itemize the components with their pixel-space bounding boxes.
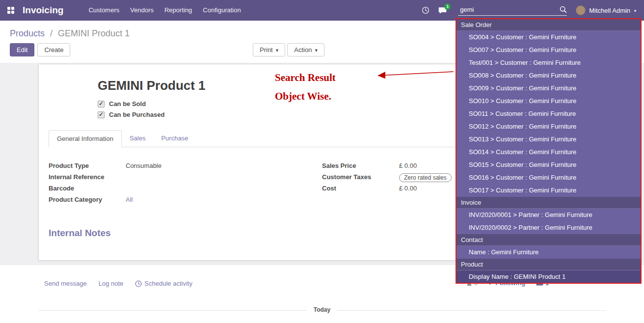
search-result-item[interactable]: SO010 > Customer : Gemini Furniture bbox=[456, 95, 641, 108]
search-result-item[interactable]: SO008 > Customer : Gemini Furniture bbox=[456, 69, 641, 82]
search-result-item[interactable]: SO014 > Customer : Gemini Furniture bbox=[456, 146, 641, 159]
product-category-value[interactable]: All bbox=[126, 196, 133, 203]
record-buttons: Edit Create bbox=[10, 43, 70, 56]
tab-purchase[interactable]: Purchase bbox=[153, 130, 196, 147]
cost-value[interactable]: £ 0.00 bbox=[399, 185, 417, 192]
schedule-activity-label: Schedule activity bbox=[144, 280, 192, 287]
send-message-button[interactable]: Send message bbox=[44, 280, 87, 287]
search-result-item[interactable]: SO011 > Customer : Gemini Furniture bbox=[456, 108, 641, 120]
can-be-purchased-checkbox[interactable] bbox=[98, 111, 105, 118]
search-result-item[interactable]: INV/2020/0002 > Partner : Gemini Furnitu… bbox=[456, 221, 641, 234]
internal-reference-label: Internal Reference bbox=[49, 173, 126, 181]
messages-badge: 1 bbox=[444, 3, 451, 10]
search-result-item[interactable]: INV/2020/0001 > Partner : Gemini Furnitu… bbox=[456, 209, 641, 221]
product-category-row: Product Category All bbox=[49, 196, 322, 205]
search-result-item[interactable]: SO009 > Customer : Gemini Furniture bbox=[456, 82, 641, 95]
barcode-label: Barcode bbox=[49, 185, 126, 192]
dropdown-section-product: Product bbox=[456, 259, 641, 270]
search-input[interactable] bbox=[458, 5, 560, 14]
today-divider: Today bbox=[38, 310, 606, 311]
topbar-right: 1 Mitchell Admin bbox=[417, 5, 637, 16]
sales-price-value[interactable]: £ 0.00 bbox=[399, 162, 417, 169]
product-type-row: Product Type Consumable bbox=[49, 162, 322, 171]
breadcrumb-separator: / bbox=[50, 28, 53, 38]
annotation-arrow bbox=[371, 69, 456, 81]
chevron-down-icon bbox=[315, 46, 318, 54]
apps-menu-icon[interactable] bbox=[7, 6, 15, 14]
edit-button[interactable]: Edit bbox=[10, 43, 34, 56]
topbar: Invoicing Customers Vendors Reporting Co… bbox=[0, 0, 644, 21]
print-button[interactable]: Print bbox=[253, 43, 285, 56]
search-results-dropdown: Sale Order SO004 > Customer : Gemini Fur… bbox=[456, 18, 642, 284]
log-note-button[interactable]: Log note bbox=[99, 280, 124, 287]
main-menus: Customers Vendors Reporting Configuratio… bbox=[83, 0, 246, 21]
barcode-row: Barcode bbox=[49, 185, 322, 194]
breadcrumb: Products / GEMINI Product 1 bbox=[10, 28, 130, 39]
activities-clock-icon[interactable] bbox=[422, 6, 429, 14]
product-type-value[interactable]: Consumable bbox=[126, 162, 161, 169]
print-label: Print bbox=[260, 46, 273, 54]
create-button[interactable]: Create bbox=[37, 43, 70, 56]
chevron-down-icon bbox=[276, 46, 279, 54]
annotation-line-2: Object Wise. bbox=[275, 90, 336, 103]
menu-customers[interactable]: Customers bbox=[83, 0, 125, 21]
action-buttons: Print Action bbox=[253, 43, 324, 56]
can-be-sold-label: Can be Sold bbox=[109, 100, 146, 108]
can-be-purchased-label: Can be Purchased bbox=[109, 111, 164, 118]
menu-reporting[interactable]: Reporting bbox=[159, 0, 197, 21]
annotation-line-1: Search Result bbox=[275, 72, 336, 84]
user-name: Mitchell Admin bbox=[589, 7, 630, 14]
search-result-item[interactable]: SO016 > Customer : Gemini Furniture bbox=[456, 171, 641, 184]
sales-price-label: Sales Price bbox=[322, 162, 399, 169]
can-be-sold-checkbox[interactable] bbox=[98, 101, 105, 108]
breadcrumb-products[interactable]: Products bbox=[10, 28, 45, 38]
tab-general-information[interactable]: General Information bbox=[49, 130, 122, 147]
dropdown-section-invoice: Invoice bbox=[456, 197, 641, 209]
customer-taxes-label: Customer Taxes bbox=[322, 173, 399, 181]
user-menu[interactable]: Mitchell Admin bbox=[576, 5, 637, 15]
global-search bbox=[458, 5, 567, 16]
search-result-item[interactable]: SO012 > Customer : Gemini Furniture bbox=[456, 120, 641, 133]
search-result-item[interactable]: SO015 > Customer : Gemini Furniture bbox=[456, 159, 641, 171]
search-result-item[interactable]: SO007 > Customer : Gemini Furniture bbox=[456, 44, 641, 56]
search-result-item[interactable]: SO013 > Customer : Gemini Furniture bbox=[456, 133, 641, 146]
search-icon[interactable] bbox=[560, 6, 567, 13]
today-label: Today bbox=[307, 306, 337, 313]
chatter-actions: Send message Log note Schedule activity bbox=[44, 280, 192, 287]
dropdown-section-contact: Contact bbox=[456, 234, 641, 246]
left-field-column: Product Type Consumable Internal Referen… bbox=[49, 162, 322, 207]
messages-icon[interactable]: 1 bbox=[438, 7, 447, 14]
search-result-item[interactable]: SO004 > Customer : Gemini Furniture bbox=[456, 31, 641, 44]
action-label: Action bbox=[294, 46, 312, 54]
action-button[interactable]: Action bbox=[287, 43, 324, 56]
search-result-item[interactable]: SO017 > Customer : Gemini Furniture bbox=[456, 184, 641, 197]
menu-configuration[interactable]: Configuration bbox=[197, 0, 246, 21]
app-name[interactable]: Invoicing bbox=[23, 5, 63, 16]
search-result-item[interactable]: Test/001 > Customer : Gemini Furniture bbox=[456, 56, 641, 69]
cost-label: Cost bbox=[322, 185, 399, 192]
product-category-label: Product Category bbox=[49, 196, 126, 203]
search-result-item[interactable]: Name : Gemini Furniture bbox=[456, 246, 641, 259]
screen: Invoicing Customers Vendors Reporting Co… bbox=[0, 0, 644, 323]
search-result-item-selected[interactable]: Display Name : GEMINI Product 1 bbox=[456, 270, 641, 283]
avatar bbox=[576, 5, 586, 15]
internal-reference-row: Internal Reference bbox=[49, 173, 322, 183]
tab-sales[interactable]: Sales bbox=[122, 130, 154, 147]
product-type-label: Product Type bbox=[49, 162, 126, 169]
schedule-activity-button[interactable]: Schedule activity bbox=[135, 280, 192, 287]
customer-taxes-tag[interactable]: Zero rated sales bbox=[399, 173, 452, 182]
chevron-down-icon bbox=[633, 8, 637, 13]
dropdown-section-sale-order: Sale Order bbox=[456, 19, 641, 31]
breadcrumb-current: GEMINI Product 1 bbox=[58, 28, 130, 38]
menu-vendors[interactable]: Vendors bbox=[125, 0, 159, 21]
annotation-text: Search Result Object Wise. bbox=[275, 72, 336, 109]
schedule-activity-clock-icon bbox=[135, 280, 142, 287]
